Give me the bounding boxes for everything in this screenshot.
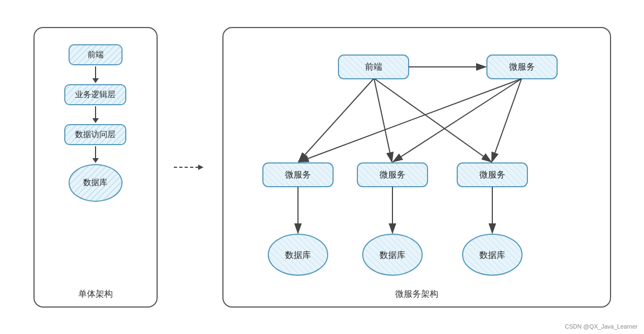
arrow-mono-2 <box>92 106 99 123</box>
micro-label: 微服务架构 <box>395 289 438 300</box>
svg-marker-1 <box>198 165 204 170</box>
micro-diagram-svg: 前端 微服务 微服务 微服务 微服务 数据库 数据库 <box>233 44 600 292</box>
mono-column: 前端 业务逻辑层 数据访问层 数据库 <box>45 44 146 296</box>
svg-text:前端: 前端 <box>365 62 382 71</box>
watermark: CSDN @QX_Java_Learner <box>565 323 638 330</box>
svg-line-22 <box>299 79 374 162</box>
svg-line-25 <box>299 79 521 162</box>
dashed-arrow-svg <box>174 159 206 175</box>
mono-frontend-node: 前端 <box>69 44 123 65</box>
mono-architecture-box: 前端 业务逻辑层 数据访问层 数据库 单体架构 <box>33 27 158 308</box>
mono-db-node: 数据库 <box>69 164 123 202</box>
diagram-container: 前端 业务逻辑层 数据访问层 数据库 单体架构 <box>0 0 644 334</box>
micro-architecture-box: 前端 微服务 微服务 微服务 微服务 数据库 数据库 <box>222 27 611 308</box>
svg-text:微服务: 微服务 <box>379 170 405 179</box>
arrow-mono-3 <box>92 146 99 163</box>
mono-label: 单体架构 <box>78 289 113 300</box>
svg-text:数据库: 数据库 <box>285 250 311 260</box>
svg-line-24 <box>375 79 491 162</box>
mono-dao-node: 数据访问层 <box>64 124 126 145</box>
dashed-arrow-container <box>174 159 206 175</box>
mono-logic-node: 业务逻辑层 <box>64 84 126 105</box>
svg-text:数据库: 数据库 <box>379 250 405 260</box>
svg-line-27 <box>492 79 521 162</box>
svg-line-26 <box>393 79 521 162</box>
svg-text:微服务: 微服务 <box>285 170 311 179</box>
svg-text:微服务: 微服务 <box>509 62 535 71</box>
svg-text:数据库: 数据库 <box>479 250 505 260</box>
arrow-mono-1 <box>92 66 99 83</box>
svg-line-23 <box>374 79 392 162</box>
svg-text:微服务: 微服务 <box>479 170 505 179</box>
